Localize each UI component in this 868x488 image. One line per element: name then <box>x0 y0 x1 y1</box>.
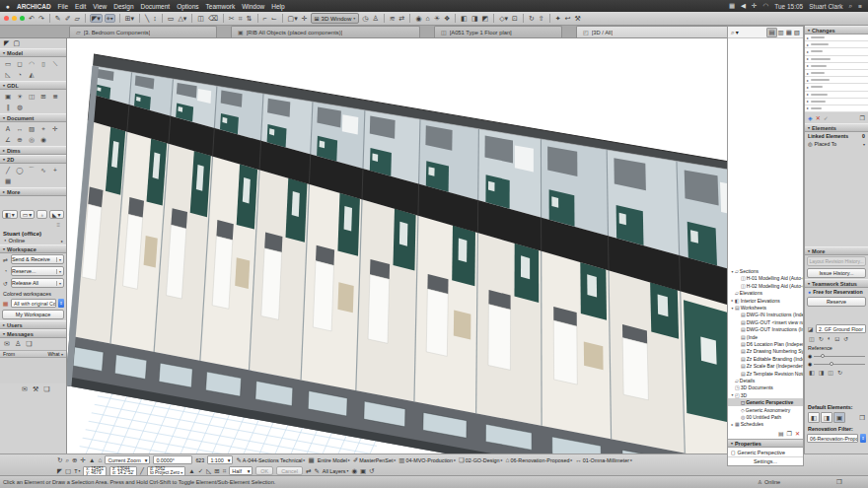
pan-icon[interactable]: ✛ <box>81 456 86 464</box>
tree-item[interactable]: ▤Zz Scale Bar (Independent) <box>728 362 803 369</box>
column-tool-icon[interactable]: ▯ <box>37 58 49 69</box>
shadows-icon[interactable]: ◉ <box>414 15 422 22</box>
chat-icon[interactable]: ❏ <box>26 340 32 348</box>
layer-combo[interactable]: ▭▾ <box>20 210 36 219</box>
graphic-override-dropdown[interactable]: ❏ 02-GO-Design▸ <box>459 456 503 464</box>
inject-parameters-icon[interactable]: ✐ <box>64 15 72 22</box>
snap-check-icon[interactable]: ✓ <box>198 467 203 475</box>
trace-contrast-icon[interactable]: ◐ <box>828 335 832 342</box>
orientation-combo[interactable]: ◣▾ <box>49 210 64 219</box>
favorites-icon[interactable]: ◇▾ <box>498 15 509 22</box>
tree-item[interactable]: ▤Zz Template Revision Notes ( <box>728 370 803 377</box>
snap-angle-icon[interactable]: ◺ <box>206 467 211 475</box>
move-icon[interactable]: ✛ <box>301 15 309 22</box>
zone-tool-icon[interactable]: ◍ <box>14 102 26 112</box>
app-menu[interactable]: ARCHICAD <box>17 3 51 10</box>
rotation-field[interactable]: 0.0000° <box>153 455 192 464</box>
swap-view-icon[interactable]: ⇄ <box>398 15 406 22</box>
change-list-item[interactable]: ▸ <box>805 35 868 41</box>
layer-combination-b-icon[interactable]: ◨ <box>470 15 479 22</box>
camera-tool-icon[interactable]: ◉ <box>37 134 49 145</box>
tracker-za[interactable]: z: 13044 α: 14.2°52' <box>109 466 137 476</box>
reserve-elements-button[interactable]: Reserve <box>807 297 866 307</box>
approve-change-icon[interactable]: ✓ <box>824 114 829 121</box>
more-section-header[interactable]: ▾More <box>805 246 868 255</box>
toolbox-section-2d[interactable]: ▾2D <box>0 155 66 164</box>
trace-switch-icon[interactable]: ◫ <box>809 335 815 342</box>
trace-fit-icon[interactable]: ⊡ <box>834 335 839 342</box>
change-list-item[interactable]: ▸ <box>805 41 868 48</box>
close-window-button[interactable] <box>4 16 9 21</box>
element-settings-combo[interactable]: ◧▾ <box>2 210 18 219</box>
new-message-icon[interactable]: ✉ <box>22 385 28 393</box>
gravity-icon[interactable]: ▲ <box>188 467 194 474</box>
sun-settings-icon[interactable]: ☀ <box>433 15 441 22</box>
scale-dropdown[interactable]: 1:100▾ <box>207 455 233 464</box>
toolbox-section-dims[interactable]: ▸Dims <box>0 146 66 155</box>
trace-below-icon[interactable]: ◨ <box>819 369 825 376</box>
change-list-item[interactable]: ▸ <box>805 48 868 55</box>
toolbox-section-document[interactable]: ▾Document <box>0 113 66 122</box>
menu-edit[interactable]: Edit <box>75 3 86 10</box>
tools-icon[interactable]: ⚒ <box>573 15 581 22</box>
marquee-tool-icon[interactable]: ⌖▾ <box>105 14 115 23</box>
plus-icon[interactable]: ✛ <box>752 2 757 10</box>
toolbox-section-gdl[interactable]: ▾GDL <box>0 81 66 90</box>
marquee-icon[interactable]: ▢ <box>65 467 71 475</box>
arrow-tool-icon[interactable]: ◤▾ <box>90 14 103 23</box>
zoom-out-icon[interactable]: ⌕ <box>65 456 69 464</box>
messages-list-header[interactable]: From What ▾ <box>0 350 66 358</box>
gravity-combo[interactable]: ♁ <box>36 210 47 219</box>
tree-item[interactable]: ▾◰3D <box>728 391 803 398</box>
my-workspace-button[interactable]: My Workspace <box>2 310 64 319</box>
slab-tool-icon[interactable]: ◻ <box>14 58 26 69</box>
reference-intensity-slider[interactable]: ◉ <box>805 352 868 360</box>
zone-stamp-tool-icon[interactable]: ✛ <box>49 123 61 134</box>
tree-item[interactable]: ◳3D Documents <box>728 384 803 391</box>
change-list-item[interactable]: ▸ <box>805 70 868 77</box>
figure-tool-icon[interactable]: ▦ <box>2 175 14 186</box>
menu-window[interactable]: Window <box>242 3 264 10</box>
release-all-button[interactable]: Release All▾ <box>11 278 64 288</box>
back-icon[interactable]: ↩ <box>564 15 572 22</box>
menu-design[interactable]: Design <box>113 3 133 10</box>
delete-icon[interactable]: ✕ <box>795 430 800 437</box>
renovation-filter-stepper[interactable]: ⇕ <box>860 434 866 443</box>
tree-item[interactable]: ▤DWG-OUT Instructions (Inde <box>728 326 803 333</box>
circle-tool-icon[interactable]: ◯ <box>14 165 26 175</box>
trace-split-icon[interactable]: ◫ <box>828 369 833 376</box>
door-tool-icon[interactable]: ◫ <box>26 91 37 102</box>
eye-icon[interactable]: ◉ <box>351 467 357 475</box>
navigator-settings-button[interactable]: Settings... <box>728 456 803 465</box>
level-dim-tool-icon[interactable]: ⊕ <box>14 134 26 145</box>
beam-tool-icon[interactable]: ⟍ <box>49 58 61 69</box>
orbit-icon[interactable]: ▲ <box>89 456 95 463</box>
roof-tool-icon[interactable]: ◠ <box>26 58 37 69</box>
rotate-view-icon[interactable]: ↻ <box>57 456 62 464</box>
changes-section-header[interactable]: ▾Changes <box>805 26 868 35</box>
new-change-icon[interactable]: ◈ <box>808 114 813 121</box>
cursor-icon[interactable]: ◤ <box>57 467 62 475</box>
layer-combination-c-icon[interactable]: ◩ <box>481 15 490 22</box>
change-list-item[interactable]: ▸ <box>805 84 868 91</box>
capture-icon[interactable]: ⊡ <box>511 15 519 22</box>
tab-4[interactable]: ◰[3D / All] <box>576 26 744 37</box>
tab-2[interactable]: ▣[RIB All Objects (placed components)] <box>231 26 420 37</box>
palette-resize-grip[interactable]: ≡ <box>0 221 66 229</box>
mail-icon[interactable]: ✉ <box>4 340 10 348</box>
intersect-icon[interactable]: ⌙ <box>270 15 278 22</box>
trace-rotate-icon[interactable]: ↻ <box>819 335 824 342</box>
menu-teamwork[interactable]: Teamwork <box>206 3 236 10</box>
person-icon[interactable]: ♙ <box>15 340 21 348</box>
door-tool-icon[interactable]: ◫ <box>196 15 205 22</box>
notification-center-icon[interactable]: ≡ <box>858 3 862 10</box>
change-list-item[interactable]: ▸ <box>805 99 868 105</box>
change-list-item[interactable]: ▸ <box>805 63 868 70</box>
tree-item[interactable]: ▤DWG-IN Instructions (Indepe <box>728 312 803 318</box>
spotlight-icon[interactable]: ⌕ <box>849 2 853 10</box>
zoom-window-button[interactable] <box>20 16 25 21</box>
angle-dim-tool-icon[interactable]: ∠ <box>2 134 14 145</box>
volume-icon[interactable]: ◀ <box>741 2 746 10</box>
tree-item[interactable]: ▤Zz Editable Branding (Indepe <box>728 355 803 362</box>
menu-user[interactable]: Stuart Clark <box>809 3 842 10</box>
